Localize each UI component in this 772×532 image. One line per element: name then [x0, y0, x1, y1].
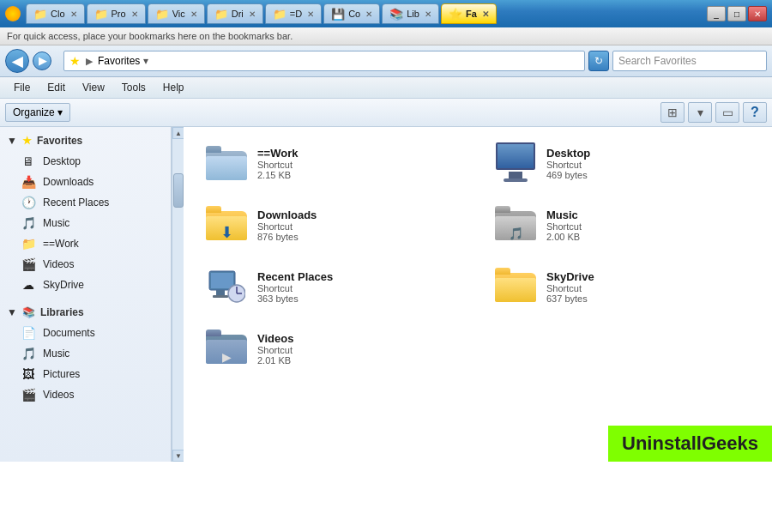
favorites-star-sidebar-icon: ★ [22, 135, 32, 147]
tab-icon-ed: 📁 [273, 8, 286, 21]
sidebar-videos-label: Videos [43, 258, 74, 270]
sidebar: ▲ ▼ ★ Favorites 🖥 Desktop 📥 Downloads 🕐 … [0, 127, 172, 462]
sidebar-item-downloads[interactable]: 📥 Downloads [0, 172, 171, 192]
pane-button[interactable]: ▭ [715, 102, 739, 123]
sidebar-section-favorites[interactable]: ▼ ★ Favorites [0, 130, 171, 151]
sidebar-item-videos-lib[interactable]: 🎬 Videos [0, 384, 171, 405]
tab-label-vic: Vic [172, 9, 185, 19]
file-item-videos[interactable]: ▶ Videos Shortcut 2.01 KB [197, 321, 469, 376]
tab-fa[interactable]: ⭐ Fa ✕ [441, 3, 497, 24]
tab-dri[interactable]: 📁 Dri ✕ [207, 3, 263, 24]
svg-rect-3 [213, 295, 228, 298]
menu-tools[interactable]: Tools [113, 79, 154, 96]
sidebar-item-music-lib[interactable]: 🎵 Music [0, 343, 171, 364]
refresh-button[interactable]: ↻ [588, 51, 609, 71]
recent-file-icon [204, 264, 249, 309]
work-file-size: 2.15 KB [257, 170, 298, 180]
tab-label-dri: Dri [232, 9, 244, 19]
tab-icon-vic: 📁 [155, 8, 169, 21]
sidebar-scroll-down[interactable]: ▼ [172, 450, 184, 462]
sidebar-scroll-track[interactable] [172, 139, 184, 450]
sidebar-item-recent-places[interactable]: 🕐 Recent Places [0, 192, 171, 213]
videos-file-size: 2.01 KB [257, 355, 293, 366]
tab-close-dri[interactable]: ✕ [249, 9, 256, 19]
tab-close-fa[interactable]: ✕ [482, 9, 489, 19]
file-item-recent[interactable]: Recent Places Shortcut 363 bytes [197, 259, 469, 314]
menu-edit[interactable]: Edit [39, 79, 74, 96]
recent-places-svg [208, 268, 245, 305]
sidebar-scroll-up[interactable]: ▲ [172, 127, 184, 139]
sidebar-item-work[interactable]: 📁 ==Work [0, 233, 171, 254]
tab-icon-pro: 📁 [94, 8, 108, 21]
view-dropdown-button[interactable]: ▾ [688, 102, 712, 123]
tab-close-vic[interactable]: ✕ [190, 9, 197, 19]
maximize-button[interactable]: □ [727, 6, 746, 21]
sidebar-item-music[interactable]: 🎵 Music [0, 213, 171, 233]
desktop-sidebar-icon: 🖥 [21, 154, 36, 168]
work-file-name: ==Work [257, 147, 298, 160]
sidebar-item-documents[interactable]: 📄 Documents [0, 323, 171, 343]
tab-label-clo: Clo [51, 9, 65, 19]
tab-vic[interactable]: 📁 Vic ✕ [148, 3, 205, 24]
menu-view[interactable]: View [74, 79, 113, 96]
sidebar-item-skydrive[interactable]: ☁ SkyDrive [0, 275, 171, 295]
work-folder-icon [204, 141, 249, 185]
work-file-info: ==Work Shortcut 2.15 KB [257, 147, 298, 180]
watermark-text: UninstallGeeks [622, 432, 758, 454]
sidebar-section-libraries[interactable]: ▼ 📚 Libraries [0, 302, 171, 323]
file-item-music[interactable]: 🎵 Music Shortcut 2.00 KB [486, 197, 758, 252]
tab-pro[interactable]: 📁 Pro ✕ [87, 3, 146, 24]
tab-clo[interactable]: 📁 Clo ✕ [26, 3, 85, 24]
tab-icon-dri: 📁 [214, 8, 228, 21]
minimize-button[interactable]: _ [707, 6, 726, 21]
file-item-desktop[interactable]: Desktop Shortcut 469 bytes [486, 136, 758, 190]
sidebar-downloads-label: Downloads [43, 176, 93, 188]
tab-close-lib[interactable]: ✕ [425, 9, 431, 19]
file-item-skydrive[interactable]: SkyDrive Shortcut 637 bytes [486, 259, 758, 314]
bookmarks-bar: For quick access, place your bookmarks h… [0, 27, 772, 45]
sidebar-item-pictures[interactable]: 🖼 Pictures [0, 364, 171, 384]
close-button[interactable]: ✕ [748, 6, 767, 21]
sidebar-music-lib-label: Music [43, 348, 69, 360]
file-item-downloads[interactable]: ⬇ Downloads Shortcut 876 bytes [197, 197, 469, 252]
work-file-type: Shortcut [257, 160, 298, 170]
sidebar-skydrive-label: SkyDrive [43, 279, 84, 291]
recent-places-sidebar-icon: 🕐 [21, 196, 36, 209]
file-item-work[interactable]: ==Work Shortcut 2.15 KB [197, 136, 469, 190]
desktop-icon-shape [493, 142, 538, 184]
search-field[interactable]: Search Favorites [612, 51, 767, 71]
music-folder-shape: 🎵 [495, 206, 536, 244]
breadcrumb-favorites[interactable]: Favorites [98, 55, 140, 67]
menu-file[interactable]: File [5, 79, 39, 96]
tab-co[interactable]: 💾 Co ✕ [323, 3, 380, 24]
sidebar-item-videos[interactable]: 🎬 Videos [0, 254, 171, 275]
favorites-star-icon: ★ [69, 54, 81, 68]
tab-close-pro[interactable]: ✕ [131, 9, 138, 19]
tab-close-co[interactable]: ✕ [365, 9, 372, 19]
videos-file-type: Shortcut [257, 345, 293, 355]
tab-ed[interactable]: 📁 =D ✕ [265, 3, 322, 24]
address-bar: ◀ ▶ ★ ▶ Favorites ▾ ↻ Search Favorites [0, 45, 772, 77]
skydrive-file-type: Shortcut [546, 283, 594, 293]
tab-close-clo[interactable]: ✕ [70, 9, 77, 19]
tab-close-ed[interactable]: ✕ [307, 9, 314, 19]
menu-help[interactable]: Help [154, 79, 193, 96]
videos-file-icon: ▶ [204, 326, 249, 371]
skydrive-file-icon [493, 264, 538, 309]
tab-lib[interactable]: 📚 Lib ✕ [382, 3, 439, 24]
sidebar-scroll-thumb[interactable] [173, 173, 184, 208]
view-options-button[interactable]: ⊞ [660, 102, 685, 123]
tab-label-pro: Pro [112, 9, 126, 19]
help-button[interactable]: ? [743, 102, 767, 123]
address-field[interactable]: ★ ▶ Favorites ▾ [63, 51, 585, 71]
back-button[interactable]: ◀ [5, 49, 29, 73]
desktop-file-size: 469 bytes [546, 170, 590, 180]
organize-button[interactable]: Organize ▾ [5, 103, 70, 122]
address-dropdown-arrow[interactable]: ▾ [143, 55, 148, 67]
sidebar-item-desktop[interactable]: 🖥 Desktop [0, 151, 171, 172]
sidebar-scrollbar[interactable]: ▲ ▼ [172, 127, 184, 462]
monitor-screen [496, 142, 535, 170]
bookmarks-bar-text: For quick access, place your bookmarks h… [7, 31, 293, 41]
svg-rect-2 [216, 290, 225, 295]
forward-button[interactable]: ▶ [33, 51, 51, 70]
